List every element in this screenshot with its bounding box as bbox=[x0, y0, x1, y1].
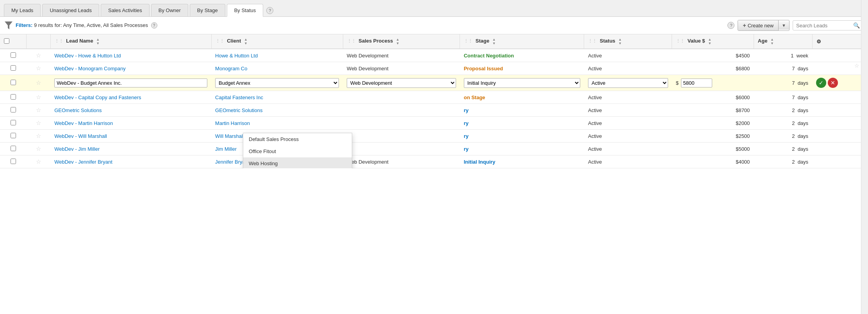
stage-link[interactable]: ry bbox=[464, 133, 469, 139]
stage-link[interactable]: ry bbox=[464, 107, 469, 113]
col-header-value[interactable]: ⋮⋮ Value $ ▲▼ bbox=[672, 34, 754, 49]
dropdown-item-office[interactable]: Office Fitout bbox=[243, 145, 352, 157]
row-checkbox-cell[interactable] bbox=[0, 104, 26, 117]
row-checkbox-cell[interactable] bbox=[0, 75, 26, 91]
client-link[interactable]: Capital Fasteners Inc bbox=[215, 95, 263, 100]
lead-name-link[interactable]: WebDev - Jennifer Bryant bbox=[54, 159, 112, 165]
select-all-checkbox[interactable] bbox=[4, 38, 9, 44]
status-edit-select[interactable]: Active bbox=[588, 78, 668, 88]
row-star-cell[interactable]: ☆ bbox=[26, 130, 50, 143]
dropdown-item-default[interactable]: Default Sales Process bbox=[243, 133, 352, 145]
col-header-stage[interactable]: ⋮⋮ Stage ▲▼ bbox=[460, 34, 584, 49]
sort-client[interactable]: ▲▼ bbox=[244, 37, 248, 45]
lead-name-link[interactable]: GEOmetric Solutions bbox=[54, 107, 102, 113]
col-header-client[interactable]: ⋮⋮ Client ▲▼ bbox=[211, 34, 343, 49]
stage-link[interactable]: Proposal Issued bbox=[464, 66, 503, 71]
create-new-main[interactable]: + Create new bbox=[738, 20, 779, 30]
filter-criteria-text: Any Time, Active, All Sales Processes bbox=[63, 22, 148, 28]
search-input[interactable] bbox=[796, 23, 851, 29]
tab-my-leads[interactable]: My Leads bbox=[4, 4, 41, 16]
row-checkbox[interactable] bbox=[11, 65, 16, 71]
search-box[interactable]: 🔍 bbox=[793, 20, 863, 30]
stage-edit-select[interactable]: Initial Inquiry bbox=[464, 78, 580, 88]
lead-name-edit-input[interactable] bbox=[54, 78, 207, 87]
row-star-cell[interactable]: ☆ bbox=[26, 155, 50, 168]
search-icon[interactable]: 🔍 bbox=[853, 22, 860, 29]
sort-sales[interactable]: ▲▼ bbox=[396, 37, 399, 45]
row-star-cell[interactable]: ☆ bbox=[26, 104, 50, 117]
row-checkbox-cell[interactable] bbox=[0, 117, 26, 130]
row-checkbox-cell[interactable] bbox=[0, 143, 26, 155]
tab-by-stage[interactable]: By Stage bbox=[190, 4, 225, 16]
sales-process-edit-select[interactable]: Web Development bbox=[347, 78, 456, 88]
row-checkbox[interactable] bbox=[11, 80, 16, 85]
col-header-status[interactable]: ⋮⋮ Status ▲▼ bbox=[584, 34, 672, 49]
sort-value[interactable]: ▲▼ bbox=[708, 37, 711, 45]
tab-sales-activities[interactable]: Sales Activities bbox=[101, 4, 150, 16]
sort-lead-name[interactable]: ▲▼ bbox=[96, 37, 100, 45]
client-link[interactable]: Martin Harrison bbox=[215, 120, 250, 126]
tab-unassigned-leads[interactable]: Unassigned Leads bbox=[42, 4, 99, 16]
row-star-cell[interactable]: ☆ bbox=[26, 117, 50, 130]
row-star-cell[interactable]: ☆ bbox=[26, 49, 50, 62]
row-checkbox-cell[interactable] bbox=[0, 49, 26, 62]
stage-link[interactable]: ry bbox=[464, 146, 469, 152]
row-star-cell[interactable]: ☆ bbox=[26, 75, 50, 91]
tab-by-owner[interactable]: By Owner bbox=[151, 4, 188, 16]
row-checkbox[interactable] bbox=[11, 107, 16, 112]
col-header-age[interactable]: Age ▲▼ bbox=[754, 34, 812, 49]
sort-status[interactable]: ▲▼ bbox=[618, 37, 622, 45]
col-header-checkbox[interactable] bbox=[0, 34, 26, 49]
create-new-button[interactable]: + Create new ▼ bbox=[738, 20, 790, 31]
create-new-dropdown-arrow[interactable]: ▼ bbox=[779, 21, 789, 30]
row-star-cell[interactable]: ☆ bbox=[26, 91, 50, 104]
stage-link[interactable]: ry bbox=[464, 120, 469, 126]
client-link[interactable]: Will Marshall bbox=[215, 133, 244, 139]
stage-link[interactable]: Contract Negotiation bbox=[464, 53, 514, 59]
row-checkbox-cell[interactable] bbox=[0, 62, 26, 75]
row-checkbox-cell[interactable] bbox=[0, 155, 26, 168]
row-star-cell[interactable]: ☆ bbox=[26, 62, 50, 75]
row-star-cell[interactable]: ☆ bbox=[26, 143, 50, 155]
client-link[interactable]: Monogram Co bbox=[215, 66, 247, 71]
cancel-edit-button[interactable]: ✕ bbox=[828, 78, 838, 88]
lead-name-link[interactable]: WebDev - Howe & Hutton Ltd bbox=[54, 53, 121, 59]
toolbar-help-button[interactable]: ? bbox=[727, 22, 734, 29]
tab-help-icon[interactable]: ? bbox=[266, 7, 273, 14]
value-edit-input[interactable] bbox=[681, 78, 712, 87]
row-checkbox[interactable] bbox=[11, 146, 16, 151]
row-checkbox-cell[interactable] bbox=[0, 130, 26, 143]
col-status-label: Status bbox=[600, 38, 615, 44]
sort-age[interactable]: ▲▼ bbox=[770, 37, 774, 45]
row-checkbox[interactable] bbox=[11, 133, 16, 138]
right-edge-star[interactable]: ☆ bbox=[854, 62, 859, 69]
row-checkbox[interactable] bbox=[11, 52, 16, 58]
client-edit-select[interactable]: Budget Annex bbox=[215, 78, 339, 88]
dropdown-item-webhosting[interactable]: Web Hosting bbox=[243, 157, 352, 168]
row-stage-cell: ry bbox=[460, 130, 584, 143]
lead-name-link[interactable]: WebDev - Jim Miller bbox=[54, 146, 100, 152]
stage-link[interactable]: Initial Inquiry bbox=[464, 159, 495, 165]
row-checkbox[interactable] bbox=[11, 94, 16, 100]
col-header-lead-name[interactable]: ⋮⋮ Lead Name ▲▼ bbox=[50, 34, 211, 49]
col-header-settings[interactable]: ⚙ bbox=[812, 34, 868, 49]
lead-name-link[interactable]: WebDev - Capital Copy and Fasteners bbox=[54, 95, 141, 100]
right-scrollbar[interactable] bbox=[861, 0, 868, 314]
client-link[interactable]: GEOmetric Solutions bbox=[215, 107, 262, 113]
client-link[interactable]: Jim Miller bbox=[215, 146, 237, 152]
row-checkbox[interactable] bbox=[11, 159, 16, 164]
table-row: ☆ WebDev - Martin Harrison Martin Harris… bbox=[0, 117, 868, 130]
col-header-sales-process[interactable]: ⋮⋮ Sales Process ▲▼ bbox=[343, 34, 460, 49]
filter-help-icon[interactable]: ? bbox=[151, 22, 157, 29]
client-link[interactable]: Howe & Hutton Ltd bbox=[215, 53, 258, 59]
sort-stage[interactable]: ▲▼ bbox=[492, 37, 496, 45]
tab-by-status[interactable]: By Status bbox=[227, 4, 264, 17]
stage-link[interactable]: on Stage bbox=[464, 95, 485, 100]
lead-name-link[interactable]: WebDev - Martin Harrison bbox=[54, 120, 113, 126]
row-checkbox-cell[interactable] bbox=[0, 91, 26, 104]
row-checkbox[interactable] bbox=[11, 120, 16, 125]
lead-name-link[interactable]: WebDev - Monogram Company bbox=[54, 66, 126, 71]
settings-gear-icon[interactable]: ⚙ bbox=[816, 39, 821, 45]
confirm-edit-button[interactable]: ✓ bbox=[816, 78, 826, 88]
lead-name-link[interactable]: WebDev - Will Marshall bbox=[54, 133, 107, 139]
